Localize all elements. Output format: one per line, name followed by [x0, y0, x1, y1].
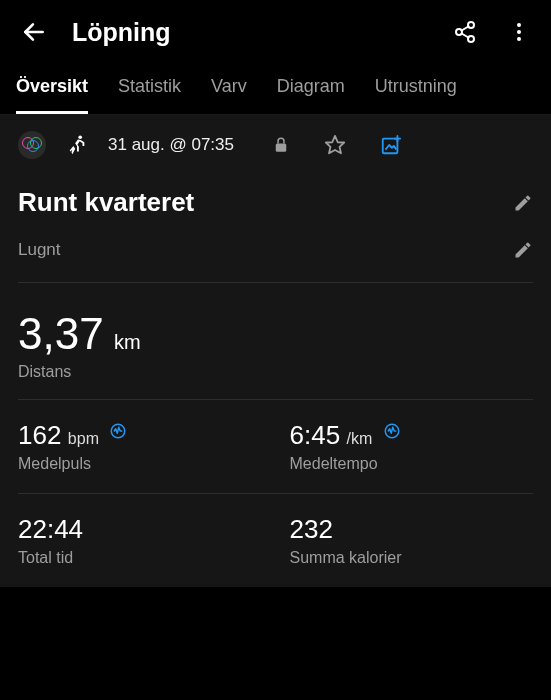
add-photo-icon: [380, 134, 402, 156]
activity-subtitle: Lugnt: [18, 240, 61, 260]
avg-hr-label: Medelpuls: [18, 455, 276, 473]
share-icon: [453, 20, 477, 44]
favorite-button[interactable]: [324, 134, 346, 156]
calories-value: 232: [290, 514, 333, 545]
stat-calories: 232 Summa kalorier: [276, 493, 534, 587]
svg-marker-11: [326, 136, 344, 153]
edit-title-button[interactable]: [513, 193, 533, 213]
svg-line-5: [462, 34, 469, 38]
stat-grid: 162 bpm Medelpuls 6:45 /km Medeltempo 22…: [18, 399, 533, 587]
tab-laps[interactable]: Varv: [211, 76, 247, 114]
activity-meta-row: 31 aug. @ 07:35: [18, 115, 533, 175]
activity-title-row: Runt kvarteret: [18, 175, 533, 226]
avg-pace-label: Medeltempo: [290, 455, 534, 473]
total-time-value: 22:44: [18, 514, 83, 545]
tab-overview[interactable]: Översikt: [16, 76, 88, 114]
total-time-label: Total tid: [18, 549, 276, 567]
connect-badge-icon[interactable]: [18, 131, 46, 159]
hr-graph-icon: [109, 422, 127, 440]
calories-label: Summa kalorier: [290, 549, 534, 567]
tab-statistics[interactable]: Statistik: [118, 76, 181, 114]
activity-title: Runt kvarteret: [18, 187, 194, 218]
avg-hr-value: 162: [18, 420, 61, 451]
distance-unit: km: [114, 331, 141, 353]
share-button[interactable]: [449, 16, 481, 48]
activity-date: 31 aug. @ 07:35: [108, 135, 234, 155]
pencil-icon: [513, 240, 533, 260]
overview-panel: 31 aug. @ 07:35 Runt kvarteret Lugnt 3,3…: [0, 115, 551, 587]
tab-gear[interactable]: Utrustning: [375, 76, 457, 114]
svg-point-9: [78, 135, 82, 139]
svg-point-8: [517, 37, 521, 41]
stat-total-time: 22:44 Total tid: [18, 493, 276, 587]
tab-bar: Översikt Statistik Varv Diagram Utrustni…: [0, 64, 551, 115]
svg-rect-10: [276, 144, 287, 152]
more-button[interactable]: [503, 16, 535, 48]
stat-avg-pace: 6:45 /km Medeltempo: [276, 399, 534, 493]
svg-line-4: [462, 27, 469, 31]
stat-avg-hr: 162 bpm Medelpuls: [18, 399, 276, 493]
activity-action-icons: [272, 134, 402, 156]
avg-hr-unit: bpm: [68, 430, 99, 447]
pencil-icon: [513, 193, 533, 213]
privacy-lock-button[interactable]: [272, 136, 290, 154]
edit-subtitle-button[interactable]: [513, 240, 533, 260]
header-actions: [449, 16, 535, 48]
page-title: Löpning: [72, 18, 449, 47]
hr-graph-button[interactable]: [109, 422, 127, 440]
svg-point-7: [517, 30, 521, 34]
runner-icon: [66, 134, 88, 156]
lock-icon: [272, 136, 290, 154]
distance-label: Distans: [18, 363, 533, 381]
distance-value: 3,37: [18, 309, 104, 359]
back-button[interactable]: [16, 14, 52, 50]
activity-subtitle-row: Lugnt: [18, 226, 533, 282]
avg-pace-unit: /km: [347, 430, 373, 447]
app-header: Löpning: [0, 0, 551, 64]
svg-point-6: [517, 23, 521, 27]
add-photo-button[interactable]: [380, 134, 402, 156]
star-icon: [324, 134, 346, 156]
tab-chart[interactable]: Diagram: [277, 76, 345, 114]
avg-pace-value: 6:45: [290, 420, 341, 451]
back-arrow-icon: [21, 19, 47, 45]
hr-graph-icon: [383, 422, 401, 440]
stat-distance: 3,37 km Distans: [18, 283, 533, 399]
more-vertical-icon: [507, 20, 531, 44]
pace-graph-button[interactable]: [383, 422, 401, 440]
